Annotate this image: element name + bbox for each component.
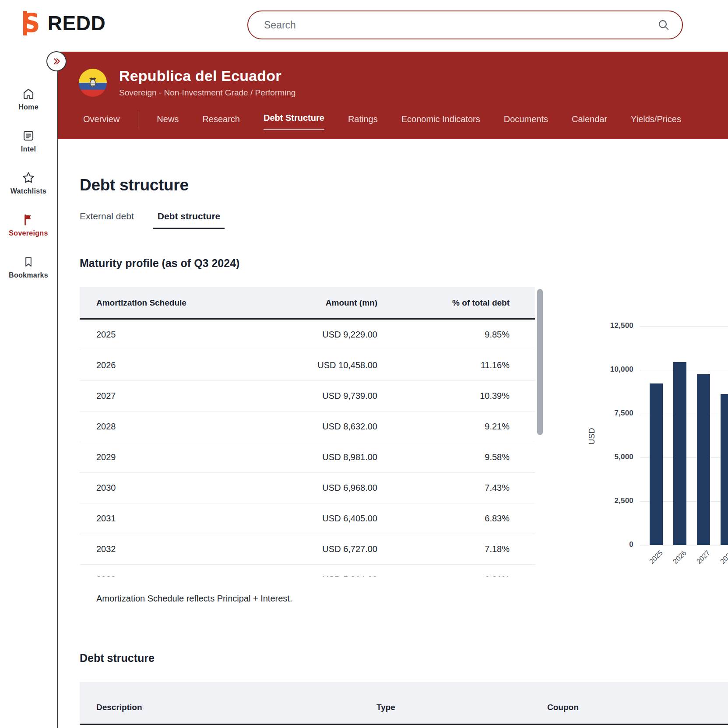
entity-tab-calendar[interactable]: Calendar bbox=[572, 114, 607, 130]
column-header-description: Description bbox=[80, 703, 376, 712]
maturity-row-2028: 2028USD 8,632.009.21% bbox=[80, 411, 535, 442]
maturity-year: 2030 bbox=[80, 483, 246, 493]
debt-structure-heading: Debt structure bbox=[80, 652, 728, 665]
maturity-table-body: 2025USD 9,229.009.85%2026USD 10,458.0011… bbox=[80, 320, 535, 577]
maturity-row-2030: 2030USD 6,968.007.43% bbox=[80, 472, 535, 503]
logo-text: REDD bbox=[48, 11, 106, 35]
debt-structure-table-header: Description Type Coupon bbox=[80, 703, 728, 712]
sidebar-collapse-button[interactable] bbox=[46, 51, 67, 71]
sidebar-item-bookmarks[interactable]: Bookmarks bbox=[2, 255, 55, 279]
ecuador-flag-icon bbox=[79, 69, 107, 97]
maturity-chart: USD 02,5005,0007,50010,00012,500 2025202… bbox=[582, 306, 728, 587]
sovereigns-flag-icon bbox=[22, 213, 35, 227]
sidebar-nav: HomeIntelWatchlistsSovereignsBookmarks bbox=[0, 87, 57, 279]
sidebar-item-label: Sovereigns bbox=[9, 229, 48, 237]
chart-ytick: 10,000 bbox=[590, 365, 633, 374]
maturity-row-2025: 2025USD 9,229.009.85% bbox=[80, 320, 535, 350]
maturity-year: 2028 bbox=[80, 422, 246, 432]
chart-ytick: 5,000 bbox=[590, 453, 633, 461]
maturity-year: 2025 bbox=[80, 330, 246, 340]
search-box[interactable] bbox=[247, 11, 683, 39]
maturity-pct: 9.21% bbox=[377, 422, 535, 432]
search-input[interactable] bbox=[263, 19, 657, 32]
chart-bar-2028 bbox=[721, 394, 728, 545]
maturity-amount: USD 9,739.00 bbox=[246, 391, 377, 401]
column-header-amortization-schedule: Amortization Schedule bbox=[80, 298, 246, 308]
maturity-pct: 10.39% bbox=[377, 391, 535, 401]
chevrons-right-icon bbox=[52, 57, 61, 66]
maturity-row-2029: 2029USD 8,981.009.58% bbox=[80, 442, 535, 472]
chart-ytick: 12,500 bbox=[590, 321, 633, 330]
entity-tab-overview[interactable]: Overview bbox=[83, 114, 120, 130]
entity-tab-news[interactable]: News bbox=[157, 114, 179, 130]
maturity-amount: USD 10,458.00 bbox=[246, 360, 377, 370]
maturity-year: 2029 bbox=[80, 452, 246, 462]
entity-row: Republica del Ecuador Sovereign - Non-In… bbox=[79, 67, 728, 98]
sidebar-item-home[interactable]: Home bbox=[2, 87, 55, 111]
column-header-amount: Amount (mn) bbox=[246, 298, 377, 308]
maturity-pct: 7.18% bbox=[377, 544, 535, 554]
entity-tab-economic-indicators[interactable]: Economic Indicators bbox=[401, 114, 480, 130]
maturity-row-2026: 2026USD 10,458.0011.16% bbox=[80, 350, 535, 380]
entity-tab-documents[interactable]: Documents bbox=[504, 114, 548, 130]
entity-tab-yields-prices[interactable]: Yields/Prices bbox=[631, 114, 681, 130]
app-logo[interactable]: S REDD bbox=[23, 11, 106, 36]
intel-icon bbox=[22, 129, 35, 143]
chart-bar-2025 bbox=[650, 383, 663, 545]
watchlists-star-icon bbox=[21, 171, 35, 185]
maturity-row-2033: 2033USD 5,914.006.31% bbox=[80, 564, 535, 577]
maturity-year: 2033 bbox=[80, 575, 246, 577]
chart-gridline bbox=[640, 545, 728, 545]
maturity-footnote: Amortization Schedule reflects Principal… bbox=[96, 594, 728, 604]
maturity-heading: Maturity profile (as of Q3 2024) bbox=[80, 257, 728, 270]
maturity-pct: 11.16% bbox=[377, 360, 535, 370]
entity-tab-research[interactable]: Research bbox=[202, 114, 240, 130]
chart-bar-2027 bbox=[697, 374, 710, 545]
chart-xlabel-2025: 2025 bbox=[644, 549, 664, 569]
maturity-row-2027: 2027USD 9,739.0010.39% bbox=[80, 380, 535, 411]
entity-tab-debt-structure[interactable]: Debt Structure bbox=[264, 113, 324, 130]
maturity-pct: 6.83% bbox=[377, 513, 535, 524]
table-scrollbar[interactable] bbox=[537, 289, 543, 435]
maturity-amount: USD 8,632.00 bbox=[246, 422, 377, 432]
column-header-pct-total-debt: % of total debt bbox=[377, 298, 535, 308]
subtab-debt-structure[interactable]: Debt structure bbox=[153, 211, 225, 229]
sidebar-item-intel[interactable]: Intel bbox=[2, 129, 55, 153]
chart-bar-2026 bbox=[673, 362, 686, 545]
sidebar-item-label: Intel bbox=[21, 145, 36, 153]
sidebar-item-watchlists[interactable]: Watchlists bbox=[2, 171, 55, 195]
column-header-coupon: Coupon bbox=[547, 703, 728, 712]
entity-text: Republica del Ecuador Sovereign - Non-In… bbox=[119, 67, 295, 98]
maturity-pct: 6.31% bbox=[377, 575, 535, 577]
entity-tab-ratings[interactable]: Ratings bbox=[348, 114, 378, 130]
chart-ytick: 0 bbox=[590, 540, 633, 549]
maturity-amount: USD 5,914.00 bbox=[246, 575, 377, 577]
redd-logo-icon: S bbox=[23, 11, 39, 36]
entity-header: Republica del Ecuador Sovereign - Non-In… bbox=[58, 52, 728, 139]
sidebar-item-label: Watchlists bbox=[11, 187, 46, 195]
chart-plot: 2025202620272028 bbox=[640, 306, 728, 587]
chart-xlabel-2026: 2026 bbox=[668, 549, 688, 569]
maturity-table: Amortization Schedule Amount (mn) % of t… bbox=[80, 287, 535, 577]
sidebar-item-sovereigns[interactable]: Sovereigns bbox=[2, 213, 55, 237]
maturity-pct: 9.58% bbox=[377, 452, 535, 462]
home-icon bbox=[22, 87, 35, 101]
subtab-external-debt[interactable]: External debt bbox=[75, 211, 138, 229]
sidebar-item-label: Home bbox=[18, 103, 39, 111]
chart-yticks: 02,5005,0007,50010,00012,500 bbox=[582, 306, 633, 569]
maturity-row-2031: 2031USD 6,405.006.83% bbox=[80, 503, 535, 534]
maturity-amount: USD 9,229.00 bbox=[246, 330, 377, 340]
column-header-type: Type bbox=[376, 703, 547, 712]
search-icon[interactable] bbox=[657, 18, 671, 32]
chart-ytick: 7,500 bbox=[590, 409, 633, 418]
entity-subtitle: Sovereign - Non-Investment Grade / Perfo… bbox=[119, 88, 295, 98]
maturity-table-header: Amortization Schedule Amount (mn) % of t… bbox=[80, 287, 535, 320]
maturity-amount: USD 8,981.00 bbox=[246, 452, 377, 462]
top-bar: S REDD bbox=[0, 0, 728, 52]
debt-structure-table: Description Type Coupon bbox=[80, 682, 728, 725]
maturity-year: 2032 bbox=[80, 544, 246, 554]
sidebar: HomeIntelWatchlistsSovereignsBookmarks bbox=[0, 52, 58, 728]
entity-tabs: OverviewNewsResearchDebt StructureRating… bbox=[83, 111, 728, 130]
chart-gridline bbox=[640, 326, 728, 327]
maturity-amount: USD 6,405.00 bbox=[246, 513, 377, 524]
